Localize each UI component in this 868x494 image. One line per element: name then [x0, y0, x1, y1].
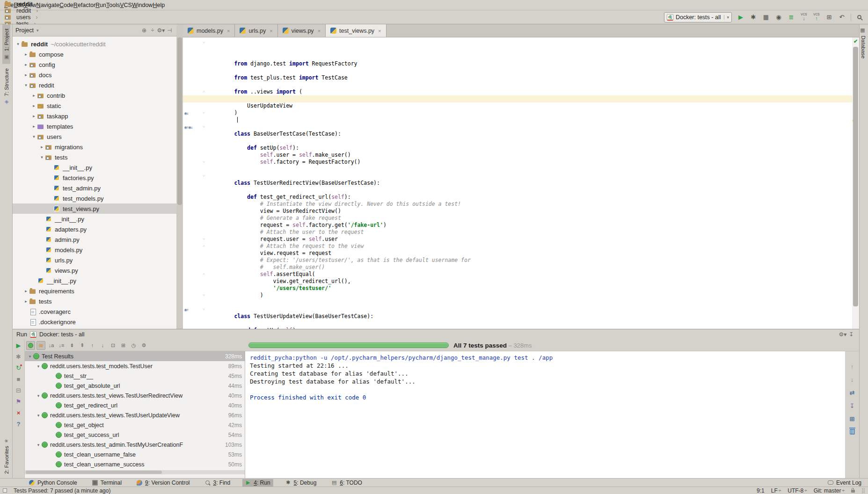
status-widget[interactable]: 9:1 — [757, 487, 765, 494]
close-icon[interactable]: × — [270, 28, 272, 34]
fold-icon[interactable] — [203, 292, 207, 299]
event-log-button[interactable]: Event Log — [825, 479, 864, 487]
tool-tab-version-control[interactable]: 9: Version Control — [134, 479, 192, 487]
code-line[interactable]: '/users/testuser/' — [183, 264, 852, 271]
tree-row[interactable]: adapters.py — [13, 224, 176, 234]
tool-tab-structure[interactable]: ◈ 7: Structure — [2, 64, 10, 109]
scroll-to-end-icon[interactable]: ↧ — [850, 403, 855, 409]
test-row[interactable]: reddit.users.tests.test_admin.TestMyUser… — [25, 440, 245, 450]
tree-row[interactable]: admin.py — [13, 234, 176, 245]
editor-tab[interactable]: test_views.py × — [326, 24, 386, 37]
chevron-icon[interactable] — [38, 145, 45, 149]
code-line[interactable]: UserUpdateView — [183, 81, 852, 88]
tool-tab-find[interactable]: 3: Find — [202, 479, 233, 487]
editor-scrollbar[interactable]: ✔ — [852, 37, 859, 329]
test-row[interactable]: test_clean_username_success 50ms — [25, 459, 245, 469]
export-results-icon[interactable]: ⊡ — [109, 341, 117, 350]
horizontal-scrollbar[interactable] — [25, 470, 245, 474]
debug-button[interactable]: ✱ — [749, 14, 758, 21]
scrollbar-thumb[interactable] — [177, 37, 182, 205]
tree-row[interactable]: test_views.py — [13, 203, 176, 214]
rerun-failed-tests-button[interactable]: ↻ — [16, 365, 21, 371]
tree-row[interactable]: users — [13, 131, 176, 142]
code-line[interactable]: # Attach the user to the request — [183, 208, 852, 215]
tree-row[interactable]: compose — [13, 49, 176, 59]
close-icon[interactable]: × — [227, 28, 230, 34]
code-line[interactable]: view = UserRedirectView() — [183, 187, 852, 194]
test-row[interactable]: test_clean_username_false 53ms — [25, 450, 245, 459]
debug-tests-button[interactable]: ✱ — [16, 354, 21, 360]
close-button[interactable]: × — [17, 410, 21, 416]
fold-icon[interactable] — [203, 271, 207, 278]
tree-row[interactable]: tests — [13, 296, 176, 306]
profiler-button[interactable]: ◉ — [774, 14, 783, 21]
run-dashboard-button[interactable]: ≣ — [787, 14, 796, 21]
test-row[interactable]: test__str__ 45ms — [25, 371, 245, 381]
test-row[interactable]: test_get_redirect_url 40ms — [25, 400, 245, 410]
tree-row[interactable]: models.py — [13, 245, 176, 255]
search-icon[interactable] — [857, 15, 861, 19]
code-line[interactable] — [183, 285, 852, 292]
code-line[interactable] — [183, 46, 852, 53]
tree-row[interactable]: requirements — [13, 286, 176, 296]
code-line[interactable] — [183, 95, 852, 102]
print-icon[interactable]: ⊞ — [850, 416, 855, 422]
down-the-stack-trace-icon[interactable]: ↓ — [851, 377, 854, 383]
sort-by-duration-icon[interactable]: ↓≡ — [57, 341, 66, 350]
run-button[interactable]: ▶ — [736, 14, 745, 21]
code-line[interactable]: # Instantiate the view directly. Never d… — [183, 180, 852, 187]
code-line[interactable]: def setUp(self): — [183, 124, 852, 131]
tree-row[interactable]: migrations — [13, 142, 176, 152]
tree-row[interactable]: __init__.py — [13, 162, 176, 173]
tree-row[interactable]: tests — [13, 152, 176, 162]
tree-row[interactable]: __init__.py — [13, 214, 176, 224]
fold-icon[interactable] — [203, 88, 207, 95]
status-widget[interactable]: UTF-8 — [788, 487, 807, 494]
show-passed-toggle[interactable] — [26, 341, 35, 350]
fold-icon[interactable] — [203, 243, 207, 250]
code-line[interactable]: class TestUserRedirectView(BaseUserTestC… — [183, 159, 852, 166]
tree-row[interactable]: reddit ~/cookiecutter/reddit — [13, 39, 176, 49]
tree-row[interactable]: config — [13, 59, 176, 70]
options-icon[interactable]: ⚙ — [139, 341, 148, 350]
chevron-icon[interactable] — [30, 93, 37, 98]
fold-icon[interactable] — [203, 173, 207, 180]
tool-tab-python-console[interactable]: Python Console — [26, 479, 80, 487]
clear-all-icon[interactable] — [850, 429, 855, 435]
code-line[interactable]: class BaseUserTestCase(TestCase): — [183, 109, 852, 116]
status-widget[interactable]: Git: master — [814, 487, 845, 494]
editor-tab[interactable]: urls.py × — [235, 24, 277, 37]
tree-row[interactable]: contrib — [13, 90, 176, 101]
code-line[interactable] — [183, 152, 852, 159]
chevron-icon[interactable] — [30, 134, 37, 139]
pin-button[interactable]: ⚑ — [16, 399, 22, 405]
code-line[interactable]: # Generate a fake request — [183, 194, 852, 201]
status-widget[interactable]: LF — [771, 487, 781, 494]
soft-wrap-icon[interactable]: ⇄ — [850, 390, 855, 396]
code-line[interactable]: ) — [183, 88, 852, 95]
code-line[interactable]: def setUp(self): — [183, 306, 852, 313]
test-console[interactable]: reddit_pycha:python -u /opt/.pycharm_hel… — [245, 351, 845, 478]
test-row[interactable]: test_get_success_url 54ms — [25, 430, 245, 440]
tree-row[interactable]: test_models.py — [13, 193, 176, 203]
code-line[interactable]: # Attach the request to the view — [183, 222, 852, 229]
test-row[interactable]: reddit.users.tests.test_views.TestUserUp… — [25, 410, 245, 420]
breadcrumb-item[interactable]: reddit — [5, 1, 60, 7]
tool-tab-terminal[interactable]: Terminal — [89, 479, 124, 487]
fold-icon[interactable] — [203, 236, 207, 243]
code-line[interactable]: from django.test import RequestFactory — [183, 39, 852, 46]
code-line[interactable] — [183, 116, 852, 124]
run-marker-icon[interactable] — [184, 110, 201, 117]
tool-tab-project[interactable]: ▣ 1: Project — [2, 24, 10, 64]
code-line[interactable] — [183, 166, 852, 173]
chevron-icon[interactable] — [30, 124, 37, 129]
breadcrumb-item[interactable]: users — [5, 14, 60, 21]
chevron-icon[interactable] — [35, 443, 42, 447]
close-icon[interactable]: × — [378, 28, 381, 34]
code-line[interactable] — [183, 60, 852, 67]
next-test-icon[interactable]: ↓ — [98, 341, 107, 350]
chevron-icon[interactable] — [15, 42, 22, 46]
chevron-icon[interactable] — [38, 155, 45, 160]
code-line[interactable]: # self.make_user() — [183, 243, 852, 250]
code-line[interactable] — [183, 278, 852, 285]
